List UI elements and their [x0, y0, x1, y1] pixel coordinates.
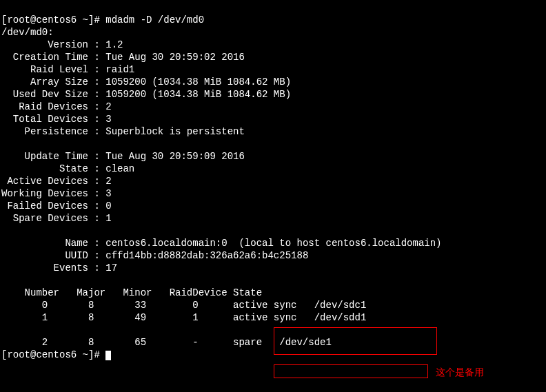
table-row: 1 8 49 1 active sync /dev/sdd1: [1, 312, 366, 323]
label-creation-time: Creation Time :: [1, 52, 105, 63]
value-array-size: 1059200 (1034.38 MiB 1084.62 MB): [105, 76, 291, 87]
terminal[interactable]: [root@centos6 ~]# mdadm -D /dev/md0 /dev…: [0, 0, 546, 362]
label-persistence: Persistence :: [1, 126, 105, 137]
table-header: Number Major Minor RaidDevice State: [1, 287, 262, 298]
label-name: Name :: [1, 238, 105, 249]
table-row: 2 8 65 - spare /dev/sde1: [1, 337, 332, 348]
value-working-devices: 3: [105, 188, 111, 199]
value-uuid: cffd14bb:d8882dab:326a62a6:b4c25188: [105, 250, 308, 261]
label-state: State :: [1, 163, 105, 174]
label-raid-level: Raid Level :: [1, 64, 105, 75]
prompt: [root@centos6 ~]#: [1, 14, 105, 25]
value-creation-time: Tue Aug 30 20:59:02 2016: [105, 52, 245, 63]
value-persistence: Superblock is persistent: [105, 126, 245, 137]
label-total-devices: Total Devices :: [1, 114, 105, 125]
value-used-dev-size: 1059200 (1034.38 MiB 1084.62 MB): [105, 89, 291, 100]
value-name: centos6.localdomain:0 (local to host cen…: [105, 238, 441, 249]
label-uuid: UUID :: [1, 250, 105, 261]
value-active-devices: 2: [105, 176, 111, 187]
command: mdadm -D /dev/md0: [105, 14, 204, 25]
value-raid-level: raid1: [105, 64, 134, 75]
label-array-size: Array Size :: [1, 76, 105, 87]
label-working-devices: Working Devices :: [1, 188, 105, 199]
label-raid-devices: Raid Devices :: [1, 101, 105, 112]
output-device: /dev/md0:: [1, 27, 54, 38]
highlight-spare: [274, 364, 428, 378]
value-version: 1.2: [105, 39, 123, 50]
annotation-spare: 这个是备用: [436, 366, 484, 378]
label-spare-devices: Spare Devices :: [1, 213, 105, 224]
cursor: [105, 351, 111, 360]
value-events: 17: [105, 262, 117, 274]
value-total-devices: 3: [105, 114, 111, 125]
label-update-time: Update Time :: [1, 151, 105, 162]
prompt: [root@centos6 ~]#: [1, 349, 105, 360]
label-failed-devices: Failed Devices :: [1, 200, 105, 212]
label-active-devices: Active Devices :: [1, 176, 105, 187]
value-failed-devices: 0: [105, 200, 111, 212]
table-row: 0 8 33 0 active sync /dev/sdc1: [1, 300, 366, 311]
value-raid-devices: 2: [105, 101, 111, 112]
value-spare-devices: 1: [105, 213, 111, 224]
label-used-dev-size: Used Dev Size :: [1, 89, 105, 100]
label-version: Version :: [1, 39, 105, 50]
value-update-time: Tue Aug 30 20:59:09 2016: [105, 151, 245, 162]
value-state: clean: [105, 163, 134, 174]
label-events: Events :: [1, 262, 105, 274]
